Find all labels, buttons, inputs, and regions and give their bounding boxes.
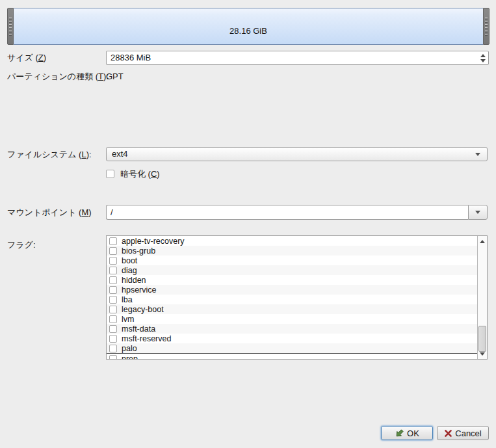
encrypt-checkbox[interactable] (106, 170, 114, 178)
flag-row-msft-data[interactable]: msft-data (107, 324, 477, 334)
spin-up-icon[interactable] (480, 54, 486, 57)
mount-point-dropdown-button[interactable] (468, 205, 488, 220)
mount-point-input[interactable]: / (106, 205, 468, 220)
flag-checkbox[interactable] (109, 267, 117, 274)
partition-size-text: 28.16 GiB (229, 26, 267, 36)
scrollbar-thumb[interactable] (478, 326, 486, 352)
flag-row-lba[interactable]: lba (107, 295, 477, 304)
scroll-up-icon[interactable] (480, 240, 485, 243)
flag-checkbox[interactable] (109, 237, 117, 245)
partition-type-value: GPT (106, 72, 124, 82)
flag-row-lvm[interactable]: lvm (107, 314, 477, 324)
flag-checkbox[interactable] (109, 306, 117, 313)
size-spinbox-steppers[interactable] (478, 51, 488, 64)
mount-point-value: / (107, 207, 113, 218)
flag-checkbox[interactable] (109, 247, 117, 255)
resize-handle-left[interactable] (7, 8, 14, 45)
scroll-down-icon[interactable] (480, 352, 485, 356)
flag-row-diag[interactable]: diag (107, 265, 477, 275)
flag-row-legacy-boot[interactable]: legacy-boot (107, 304, 477, 314)
spin-down-icon[interactable] (480, 59, 486, 62)
flag-checkbox[interactable] (109, 335, 117, 343)
chevron-down-icon (475, 153, 480, 156)
flag-checkbox[interactable] (109, 325, 117, 333)
partition-edit-dialog: { "partition_bar": { "size_text": "28.16… (0, 0, 496, 448)
flag-row-hpservice[interactable]: hpservice (107, 285, 477, 295)
flag-row-palo[interactable]: palo (107, 343, 477, 353)
flag-row-boot[interactable]: boot (107, 256, 477, 265)
filesystem-label: ファイルシステム (L): (7, 150, 92, 160)
flag-checkbox[interactable] (109, 296, 117, 304)
flag-checkbox[interactable] (109, 276, 117, 284)
flag-checkbox[interactable] (109, 257, 117, 265)
size-spinbox[interactable]: 28836 MiB (106, 51, 489, 65)
grip-dots-icon (9, 18, 12, 36)
grip-dots-icon (485, 18, 488, 36)
size-label: サイズ (Z) (7, 53, 46, 63)
flag-row-apple-tv-recovery[interactable]: apple-tv-recovery (107, 236, 477, 246)
partition-size-bar-fill[interactable]: 28.16 GiB (14, 8, 483, 45)
resize-handle-right[interactable] (483, 8, 489, 45)
ok-green-arrow-icon (395, 428, 404, 438)
flag-checkbox[interactable] (109, 286, 117, 294)
flags-rows: apple-tv-recovery bios-grub boot diag hi… (107, 236, 477, 360)
cancel-button-label: Cancel (455, 428, 481, 438)
ok-button[interactable]: OK (381, 426, 433, 440)
ok-button-label: OK (407, 428, 419, 438)
partition-size-bar: 28.16 GiB (7, 8, 489, 45)
flags-list: apple-tv-recovery bios-grub boot diag hi… (106, 235, 488, 360)
flag-row-hidden[interactable]: hidden (107, 275, 477, 285)
flags-scrollbar[interactable] (477, 236, 487, 359)
size-spinbox-value: 28836 MiB (107, 52, 151, 64)
partition-type-label: パーティションの種類 (T): (7, 72, 109, 82)
flag-row-msft-reserved[interactable]: msft-reserved (107, 334, 477, 343)
filesystem-combobox-value: ext4 (107, 148, 128, 160)
flag-row-bios-grub[interactable]: bios-grub (107, 246, 477, 256)
chevron-down-icon (475, 211, 480, 214)
encrypt-label[interactable]: 暗号化 (C) (120, 169, 160, 179)
filesystem-combobox[interactable]: ext4 (106, 147, 488, 161)
flag-checkbox[interactable] (109, 315, 117, 323)
mount-point-combo: / (106, 205, 488, 220)
cancel-red-x-icon (444, 429, 452, 438)
cancel-button[interactable]: Cancel (437, 426, 489, 440)
flag-checkbox[interactable] (109, 345, 117, 352)
flag-checkbox[interactable] (109, 355, 117, 360)
mount-point-label: マウントポイント (M) (7, 207, 92, 218)
flags-label: フラグ: (7, 240, 36, 250)
flag-row-prep[interactable]: prep (107, 353, 477, 360)
